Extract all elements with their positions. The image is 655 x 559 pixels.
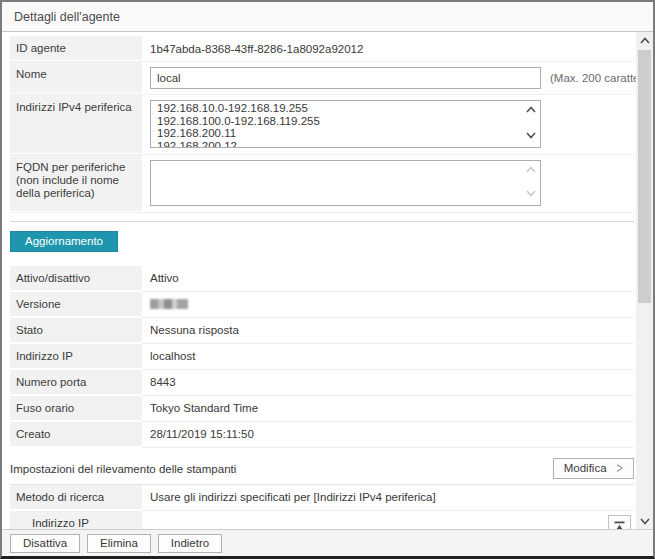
footer-bar: Disattiva Elimina Indietro [2,529,653,556]
chevron-up-icon[interactable] [525,105,537,116]
dialog-body: ID agente 1b47abda-8368-43ff-8286-1a8092… [2,32,653,529]
table-row: Fuso orario Tokyo Standard Time [10,396,634,422]
scroll-to-top-button[interactable] [608,515,631,529]
ip-address-label: Indirizzo IP [10,344,142,370]
ip-address-value: localhost [142,344,634,370]
detection-ip-value [142,511,634,529]
vertical-scrollbar[interactable] [636,32,653,529]
name-label: Nome [10,62,142,94]
timezone-label: Fuso orario [10,396,142,422]
deactivate-button[interactable]: Disattiva [10,534,80,553]
detection-section-title: Impostazioni del rilevamento delle stamp… [10,463,236,475]
scrollbar-thumb[interactable] [638,50,651,303]
name-input[interactable] [150,67,541,89]
edit-button-label: Modifica [564,462,607,474]
table-row: Numero porta 8443 [10,370,634,396]
agent-details-dialog: Dettagli dell'agente ID agente 1b47abda-… [0,0,655,559]
active-inactive-label: Attivo/disattivo [10,266,142,292]
detection-ip-label: Indirizzo IP [10,511,142,529]
chevron-down-icon[interactable] [525,131,537,142]
update-button[interactable]: Aggiornamento [10,231,118,252]
ipv4-addresses-textarea[interactable]: 192.168.10.0-192.168.19.255 192.168.100.… [150,100,541,148]
scrollbar-up-arrow-icon[interactable] [636,32,653,48]
chevron-down-icon[interactable] [525,189,537,200]
version-value [142,292,634,318]
state-value: Nessuna risposta [142,318,634,344]
active-inactive-value: Attivo [142,266,634,292]
search-method-label: Metodo di ricerca [10,485,142,511]
created-label: Creato [10,422,142,448]
page-title: Dettagli dell'agente [14,10,120,24]
main-content: ID agente 1b47abda-8368-43ff-8286-1a8092… [2,32,636,529]
agent-id-label: ID agente [10,36,142,61]
table-row: Indirizzo IP [10,511,634,529]
ipv4-label: Indirizzi IPv4 periferica [10,95,142,154]
agent-id-value: 1b47abda-8368-43ff-8286-1a8092a92012 [142,36,634,61]
chevron-right-icon: > [617,461,623,475]
table-row: Stato Nessuna risposta [10,318,634,344]
fqdn-textarea[interactable] [150,160,541,206]
form-row-agent-id: ID agente 1b47abda-8368-43ff-8286-1a8092… [10,36,634,62]
port-number-label: Numero porta [10,370,142,396]
table-row: Attivo/disattivo Attivo [10,266,634,292]
state-label: Stato [10,318,142,344]
max-chars-note: (Max. 200 caratteri) [550,65,636,84]
delete-button[interactable]: Elimina [87,534,151,553]
scroll-to-top-icon [613,520,626,529]
detection-section-header: Impostazioni del rilevamento delle stamp… [10,454,634,485]
redacted-version-value [150,299,188,309]
detection-table: Metodo di ricerca Usare gli indirizzi sp… [10,485,634,529]
section-divider [10,221,634,222]
form-row-name: Nome (Max. 200 caratteri) [10,62,634,95]
version-label: Versione [10,292,142,318]
edit-button[interactable]: Modifica > [553,458,634,479]
created-value: 28/11/2019 15:11:50 [142,422,634,448]
fqdn-label: FQDN per periferiche (non include il nom… [10,155,142,212]
table-row: Indirizzo IP localhost [10,344,634,370]
table-row: Creato 28/11/2019 15:11:50 [10,422,634,448]
timezone-value: Tokyo Standard Time [142,396,634,422]
back-button[interactable]: Indietro [158,534,222,553]
port-number-value: 8443 [142,370,634,396]
agent-status-table: Attivo/disattivo Attivo Versione Stato N… [10,266,634,448]
search-method-value: Usare gli indirizzi specificati per [Ind… [142,485,634,511]
chevron-up-icon[interactable] [525,165,537,176]
dialog-titlebar: Dettagli dell'agente [2,2,653,32]
form-row-fqdn: FQDN per periferiche (non include il nom… [10,155,634,213]
scrollbar-down-arrow-icon[interactable] [636,513,653,529]
form-row-ipv4: Indirizzi IPv4 periferica 192.168.10.0-1… [10,95,634,155]
table-row: Versione [10,292,634,318]
table-row: Metodo di ricerca Usare gli indirizzi sp… [10,485,634,511]
